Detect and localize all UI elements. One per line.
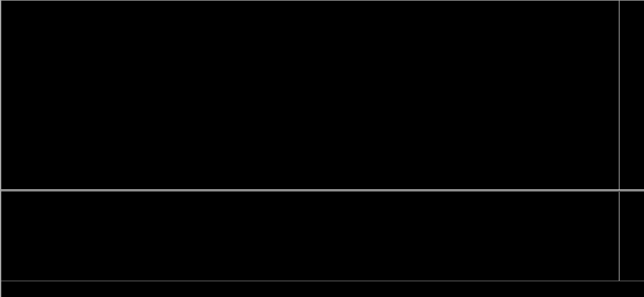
- axis-separator-line: [619, 0, 619, 281]
- time-axis[interactable]: [0, 281, 644, 297]
- mt4-chart-window: [0, 0, 644, 297]
- main-price-chart[interactable]: [0, 0, 619, 191]
- window-splitter[interactable]: [0, 189, 644, 192]
- watermark: [3, 282, 4, 289]
- indicator-subwindow-chart[interactable]: [0, 193, 619, 281]
- window-frame-left: [0, 0, 1, 297]
- window-frame-top: [0, 0, 644, 1]
- chart-symbol-title: [5, 2, 11, 9]
- price-axis[interactable]: [619, 0, 644, 191]
